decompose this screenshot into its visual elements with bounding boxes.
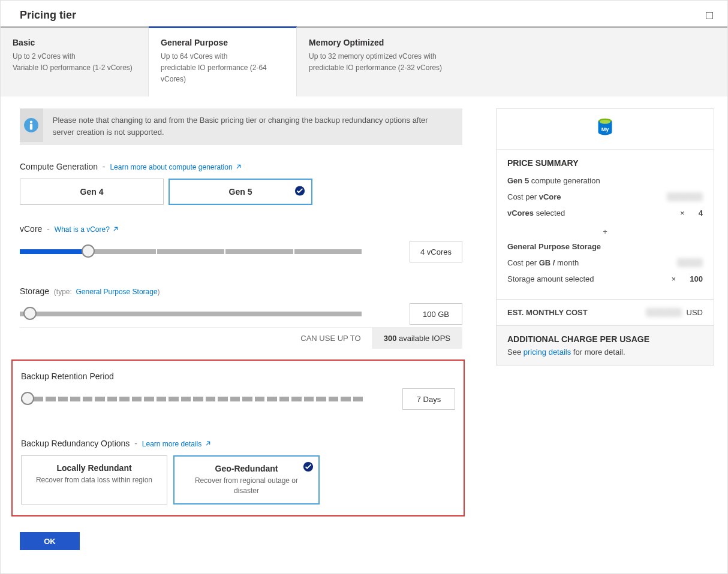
check-icon — [294, 186, 305, 198]
backup-redundancy-learn-more-link[interactable]: Learn more details — [142, 440, 210, 448]
storage-value: 100 GB — [410, 303, 462, 325]
compute-generation-learn-more-link[interactable]: Learn more about compute generation — [110, 163, 240, 171]
tab-line: Up to 32 memory optimized vCores with — [309, 51, 715, 62]
tab-memory-optimized[interactable]: Memory Optimized Up to 32 memory optimiz… — [297, 28, 727, 96]
option-title: Locally Redundant — [32, 463, 156, 473]
info-banner: Please note that changing to and from th… — [20, 108, 462, 146]
compute-generation-label: Compute Generation - Learn more about co… — [20, 162, 462, 171]
svg-text:My: My — [601, 126, 609, 132]
iops-label: CAN USE UP TO — [290, 328, 371, 349]
backup-retention-slider[interactable] — [21, 393, 363, 405]
option-label: Gen 5 — [229, 187, 252, 197]
pricing-tier-tabs: Basic Up to 2 vCores with Variable IO pe… — [1, 26, 727, 96]
svg-rect-2 — [30, 123, 32, 129]
iops-row: CAN USE UP TO 300 available IOPS — [20, 327, 462, 349]
mysql-logo-icon: My — [497, 109, 714, 150]
compute-option-gen4[interactable]: Gen 4 — [20, 179, 164, 205]
option-sub: Recover from data loss within region — [32, 475, 156, 485]
iops-value: 300 available IOPS — [372, 328, 462, 349]
redacted-price: XXXX — [677, 258, 703, 267]
storage-label: Storage (type: General Purpose Storage) — [20, 286, 462, 296]
backup-option-locally-redundant[interactable]: Locally Redundant Recover from data loss… — [21, 455, 167, 504]
tab-line: Variable IO performance (1-2 vCores) — [13, 62, 136, 74]
price-summary-title: PRICE SUMMARY — [507, 158, 703, 168]
redacted-price: XXXXXX — [667, 192, 703, 201]
tab-line: predictable IO performance (2-64 vCores) — [161, 62, 284, 85]
vcore-value: 4 vCores — [410, 241, 462, 262]
option-sub: Recover from regional outage or disaster — [185, 476, 308, 496]
tab-title: Memory Optimized — [309, 38, 715, 47]
svg-point-7 — [600, 120, 610, 124]
compute-option-gen5[interactable]: Gen 5 — [169, 179, 312, 205]
backup-redundancy-label: Backup Redundancy Options - Learn more d… — [21, 439, 455, 448]
ok-button[interactable]: OK — [20, 532, 80, 550]
info-text: Please note that changing to and from th… — [43, 108, 462, 146]
vcore-label: vCore - What is a vCore? — [20, 224, 462, 234]
slider-handle[interactable] — [82, 244, 95, 258]
storage-type-link[interactable]: General Purpose Storage — [76, 288, 158, 296]
info-icon — [20, 108, 43, 142]
backup-retention-value: 7 Days — [402, 388, 455, 410]
backup-option-geo-redundant[interactable]: Geo-Redundant Recover from regional outa… — [173, 455, 320, 504]
price-summary-panel: My PRICE SUMMARY Gen 5 compute generatio… — [496, 108, 714, 365]
slider-handle[interactable] — [21, 392, 34, 405]
tab-title: General Purpose — [161, 38, 284, 47]
redacted-price: XXXXXX — [646, 308, 682, 317]
plus-separator: + — [507, 225, 703, 242]
tab-line: Up to 2 vCores with — [13, 51, 136, 62]
maximize-icon[interactable] — [706, 12, 713, 19]
tab-basic[interactable]: Basic Up to 2 vCores with Variable IO pe… — [1, 28, 149, 96]
vcore-slider[interactable] — [20, 246, 362, 258]
storage-slider[interactable] — [20, 308, 362, 320]
page-title: Pricing tier — [20, 9, 76, 22]
tab-line: predictable IO performance (2-32 vCores) — [309, 62, 715, 74]
svg-point-1 — [30, 120, 32, 123]
additional-charge-title: ADDITIONAL CHARGE PER USAGE — [507, 334, 703, 344]
check-icon — [303, 461, 314, 474]
slider-handle[interactable] — [23, 307, 37, 320]
option-label: Gen 4 — [80, 187, 104, 197]
backup-retention-label: Backup Retention Period — [21, 371, 455, 381]
est-monthly-cost-label: EST. MONTHLY COST — [507, 308, 588, 317]
tab-title: Basic — [13, 38, 136, 47]
option-title: Geo-Redundant — [185, 464, 308, 473]
vcore-help-link[interactable]: What is a vCore? — [55, 225, 118, 234]
backup-highlight-frame: Backup Retention Period 7 Days Backup Re… — [11, 359, 465, 516]
tab-line: Up to 64 vCores with — [161, 51, 284, 62]
tab-general-purpose[interactable]: General Purpose Up to 64 vCores with pre… — [149, 26, 297, 96]
pricing-details-link[interactable]: pricing details — [524, 348, 571, 357]
